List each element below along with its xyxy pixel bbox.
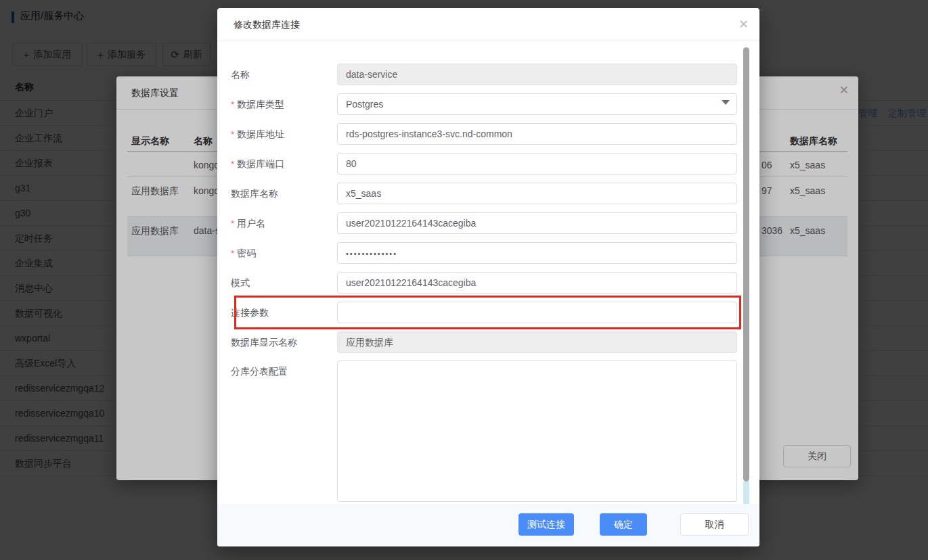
cancel-button[interactable]: 取消 [680,513,749,536]
db-type-field-label: *数据库类型 [231,93,339,116]
scrollbar-thumb[interactable] [743,47,749,482]
modal-footer: 测试连接 确定 取消 [217,504,759,546]
db-type-select[interactable]: Postgres [337,93,737,115]
db-address-field[interactable]: rds-postgres-instance3-svc.nd-common [337,123,737,145]
required-mark: * [231,218,234,229]
db-name-field[interactable]: x5_saas [337,183,737,204]
db-address-field-label: *数据库地址 [231,123,339,145]
modal-title: 修改数据库连接 [234,8,300,41]
username-field-label: *用户名 [231,212,339,235]
test-connection-button[interactable]: 测试连接 [518,513,574,536]
db-port-field[interactable]: 80 [337,153,737,174]
username-field[interactable]: user20210122164143cacegiba [337,212,737,234]
chevron-down-icon [722,100,730,105]
ok-button[interactable]: 确定 [600,513,647,536]
schema-field[interactable]: user20210122164143cacegiba [337,272,737,294]
required-mark: * [231,99,234,110]
connection-params-field-label: 连接参数 [231,302,339,323]
connection-params-field[interactable] [337,302,737,323]
sharding-config-textarea[interactable] [337,360,737,502]
password-field-label: *密码 [231,242,339,264]
scrollbar-track-remainder [743,482,749,504]
db-display-name-field: 应用数据库 [337,331,737,353]
db-display-name-field-label: 数据库显示名称 [231,331,339,353]
password-field[interactable]: ••••••••••••• [337,242,737,264]
close-icon[interactable]: ✕ [738,18,749,30]
modal-header: 修改数据库连接 ✕ [217,8,759,41]
required-mark: * [231,129,234,139]
sharding-config-field-label: 分库分表配置 [231,360,339,382]
edit-db-connection-modal: 修改数据库连接 ✕ 名称 data-service *数据库类型 Postgre… [217,8,759,546]
name-field: data-service [337,64,737,85]
db-name-field-label: 数据库名称 [231,183,339,204]
schema-field-label: 模式 [231,272,339,294]
modal-scrollbar [743,44,749,504]
db-port-field-label: *数据库端口 [231,153,339,175]
name-field-label: 名称 [231,64,339,85]
required-mark: * [231,159,234,169]
required-mark: * [231,248,234,258]
